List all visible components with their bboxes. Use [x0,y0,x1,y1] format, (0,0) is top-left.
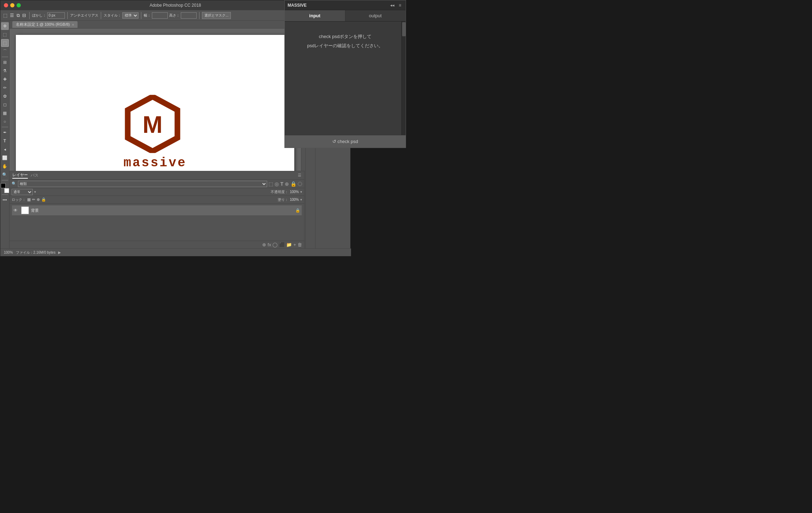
document-tab-label: 名称未設定 1 @ 100% (RGB/8) [16,22,70,27]
blur-group: ぼかし： [32,12,65,19]
opacity-arrow[interactable]: ▾ [300,190,302,194]
gradient-tool[interactable]: ▦ [1,109,9,117]
maximize-button[interactable] [17,3,21,7]
layer-visibility-icon[interactable]: 👁 [13,208,19,213]
move-tool[interactable]: ✥ [1,22,9,30]
lock-all-icon[interactable]: 🔒 [41,197,46,202]
fill-arrow[interactable]: ▾ [300,198,302,202]
tool-separator [2,57,8,57]
select-mask-button[interactable]: 選択とマスク... [202,12,231,19]
opacity-spacer: ▾ [34,190,269,194]
style-label: スタイル： [104,13,121,18]
massive-title: MASSIVE [288,3,307,8]
lasso-tool[interactable]: ⌒ [1,48,9,55]
marquee-tool[interactable]: ⬚ [1,31,9,38]
lock-paint-icon[interactable]: ✏ [32,197,35,202]
path-select-tool[interactable]: ◂ [1,146,9,153]
separator5 [199,12,199,19]
new-layer-icon[interactable]: + [293,242,296,247]
add-style-icon[interactable]: fx [267,242,271,247]
massive-window-controls: ◂◂ ≡ [389,2,403,8]
filter-icon3[interactable]: T [280,181,283,187]
text-tool[interactable]: T [1,137,9,145]
logo-container: M massive [123,95,186,170]
lock-row: ロック： ▦ ✏ ⊕ 🔒 塗り： 100% ▾ [10,196,304,204]
lock-pixels-icon[interactable]: ▦ [27,197,31,202]
marquee-icon[interactable]: ⬚ [2,12,8,19]
massive-tab-output[interactable]: output [345,10,406,21]
eraser-tool[interactable]: ◻ [1,101,9,109]
massive-title-bar: MASSIVE ◂◂ ≡ [285,0,406,10]
foreground-color-swatch[interactable] [1,183,6,188]
healing-tool[interactable]: ✚ [1,75,9,83]
height-group: 高さ： [169,12,197,19]
document-tab-close[interactable]: × [72,23,74,27]
hand-tool[interactable]: ✋ [1,162,9,170]
height-input[interactable] [181,12,197,19]
filter-icon5[interactable]: 🔒 [290,181,296,187]
paths-tab[interactable]: パス [31,173,38,178]
lock-move-icon[interactable]: ⊕ [37,197,40,202]
fill-value: 100% [290,198,299,202]
align-icon[interactable]: ☰ [9,12,15,19]
massive-menu-btn[interactable]: ≡ [397,2,403,8]
massive-tabs: input output [285,10,406,21]
group-layers-icon[interactable]: 📁 [286,242,292,247]
opacity-value: 100% [290,190,299,194]
link-layers-icon[interactable]: ⊕ [262,242,266,247]
close-button[interactable] [4,3,8,7]
minimize-button[interactable] [10,3,14,7]
filter-icon4[interactable]: ⊕ [285,181,289,187]
separator4 [141,12,141,19]
arrange-icon2[interactable]: ⊟ [21,12,27,19]
dodge-tool[interactable]: ○ [1,118,9,125]
search-icon: 🔍 [12,181,17,186]
layer-panel-tabs: レイヤー パス ☰ [10,171,304,180]
layer-name: 背景 [31,208,293,213]
status-arrow[interactable]: ▶ [58,251,61,254]
layer-item[interactable]: 👁 背景 🔒 [12,205,302,216]
document-tab-active[interactable]: 名称未設定 1 @ 100% (RGB/8) × [12,21,78,28]
tool-separator4 [2,194,8,195]
filter-toggle[interactable] [298,182,302,186]
check-psd-button[interactable]: ↺ check psd [285,135,406,148]
filter-icon2[interactable]: ◎ [275,181,279,187]
layer-actions-bar: ⊕ fx ◯ ⬛ 📁 + 🗑 [10,241,304,248]
color-swatch-group [1,183,9,193]
layers-tab[interactable]: レイヤー [12,172,28,179]
lock-label: ロック： [12,197,26,202]
layer-filter-select[interactable]: 種類 [18,181,267,187]
eyedropper-tool[interactable]: ⚗ [1,67,9,75]
height-label: 高さ： [169,13,180,18]
width-input[interactable] [152,12,168,19]
delete-layer-icon[interactable]: 🗑 [297,242,302,247]
style-select[interactable]: 標準 [122,12,139,19]
blur-label: ぼかし： [32,13,46,18]
blur-input[interactable] [47,12,65,19]
adjustment-layer-icon[interactable]: ⬛ [279,242,285,247]
extra-tools[interactable]: ••• [1,196,9,204]
massive-message-line1: check psdボタンを押して [292,32,399,41]
shape-tool[interactable]: ⬜ [1,154,9,162]
massive-collapse-btn[interactable]: ◂◂ [389,2,395,8]
blend-mode-select[interactable]: 通常 [12,189,33,195]
layer-filter-row: 🔍 種類 ⬚ ◎ T ⊕ 🔒 [10,180,304,188]
arrange-icon1[interactable]: ⧉ [16,12,20,19]
zoom-tool[interactable]: 🔍 [1,171,9,179]
pen-tool[interactable]: ✒ [1,129,9,136]
panel-menu-icon[interactable]: ☰ [298,173,301,178]
width-group: 幅： [144,12,168,19]
massive-scrollbar[interactable] [401,21,406,136]
brush-tool[interactable]: ✏ [1,84,9,92]
add-mask-icon[interactable]: ◯ [272,242,278,247]
background-color-swatch[interactable] [4,188,9,193]
filter-icon1[interactable]: ⬚ [269,181,273,187]
rect-marquee-tool[interactable]: ⬚ [1,39,9,47]
massive-tab-input[interactable]: input [285,10,345,21]
layers-list: 👁 背景 🔒 [10,204,304,241]
opacity-label: 不透明度： [271,190,288,194]
clone-tool[interactable]: ✿ [1,92,9,100]
massive-scrollbar-thumb[interactable] [402,22,406,36]
layer-lock-icon[interactable]: 🔒 [295,208,300,213]
crop-tool[interactable]: ⊞ [1,58,9,66]
